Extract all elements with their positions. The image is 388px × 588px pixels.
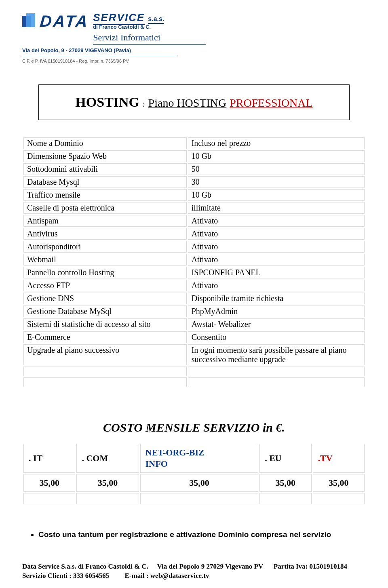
company-logo-icon: DATA — [22, 12, 89, 30]
spec-label: Gestione DNS — [23, 293, 187, 304]
note-bullet: Costo una tantum per registrazione e att… — [38, 530, 366, 540]
cost-heading: COSTO MENSILE SERVIZIO in €. — [22, 421, 366, 434]
spec-row: AntispamAttivato — [23, 215, 365, 227]
spec-row: Caselle di posta elettronica illimitate — [23, 202, 365, 214]
spec-row: Sottodomini attivabili 50 — [23, 163, 365, 175]
cost-table: . IT . COM NET-ORG-BIZ INFO . EU .TV 35,… — [22, 443, 366, 506]
spec-label: Pannello controllo Hosting — [23, 267, 187, 278]
cost-price-row: 35,00 35,00 35,00 35,00 35,00 — [23, 474, 365, 492]
spec-value: 10 Gb — [188, 150, 365, 162]
spec-value: Consentito — [188, 331, 365, 343]
spec-value: ISPCONFIG PANEL — [188, 267, 365, 278]
spec-value: Attivato — [188, 241, 365, 253]
spec-row: AntivirusAttivato — [23, 228, 365, 240]
spec-row: WebmailAttivato — [23, 254, 365, 266]
spec-label: Webmail — [23, 254, 187, 266]
footer-service-label: Servizio Clienti : — [22, 572, 73, 580]
spec-label: Accesso FTP — [23, 280, 187, 291]
footer-email: web@dataservice.tv — [150, 572, 209, 580]
spec-value: 50 — [188, 163, 365, 175]
footer-email-label: E-mail : — [125, 572, 150, 580]
footer-piva: 01501910184 — [310, 563, 348, 570]
tld-com: . COM — [76, 444, 139, 473]
page-footer: Data Service S.a.s. di Franco Castoldi &… — [22, 562, 366, 581]
price-com: 35,00 — [76, 474, 139, 492]
spec-label: Sottodomini attivabili — [23, 163, 187, 175]
price-eu: 35,00 — [259, 474, 311, 492]
brand-word1: DATA — [39, 12, 90, 30]
spec-value: illimitate — [188, 202, 365, 214]
title-piano: Piano HOSTING — [148, 97, 227, 110]
spec-row: Gestione Database MySqlPhpMyAdmin — [23, 306, 365, 317]
spec-value: PhpMyAdmin — [188, 306, 365, 317]
tld-it: . IT — [23, 444, 75, 473]
brand-script: Servizi Informatici — [93, 32, 206, 45]
footer-addr: Via del Popolo 9 27029 Vigevano PV — [157, 563, 263, 570]
brand-cf: C.F. e P. IVA 01501910184 - Reg. Impr. n… — [22, 59, 129, 63]
footer-piva-label: Partita Iva: — [274, 563, 310, 570]
spec-value: Attivato — [188, 228, 365, 240]
footer-company: Data Service S.a.s. di Franco Castoldi &… — [22, 563, 148, 570]
spec-label: Sistemi di statistiche di accesso al sit… — [23, 318, 187, 330]
spec-label: Antispam — [23, 215, 187, 227]
spec-blank-row — [23, 367, 365, 376]
spec-row: Upgrade al piano successivoIn ogni momen… — [23, 344, 365, 365]
spec-row: Dimensione Spazio Web 10 Gb — [23, 150, 365, 162]
spec-row: Autorisponditori Attivato — [23, 241, 365, 253]
spec-row: E-Commerce Consentito — [23, 331, 365, 343]
brand-suffix: s.a.s. — [148, 15, 164, 24]
title-box: HOSTING : Piano HOSTING PROFESSIONAL — [38, 84, 350, 120]
tld-tv: .TV — [313, 444, 365, 473]
spec-value: Incluso nel prezzo — [188, 137, 365, 149]
spec-label: E-Commerce — [23, 331, 187, 343]
spec-label: Traffico mensile — [23, 189, 187, 201]
title-hosting: HOSTING — [75, 95, 139, 110]
price-net: 35,00 — [140, 474, 258, 492]
brand-word2: SERVICE — [93, 11, 145, 25]
spec-value: In ogni momento sarà possibile passare a… — [188, 344, 365, 365]
brand-subline: di Franco Castoldi & C. — [93, 24, 206, 30]
spec-value: Attivato — [188, 215, 365, 227]
spec-label: Database Mysql — [23, 176, 187, 188]
spec-label: Dimensione Spazio Web — [23, 150, 187, 162]
spec-label: Autorisponditori — [23, 241, 187, 253]
note-block: Costo una tantum per registrazione e att… — [22, 530, 366, 540]
spec-row: Traffico mensile 10 Gb — [23, 189, 365, 201]
spec-label: Upgrade al piano successivo — [23, 344, 187, 365]
spec-value: Attivato — [188, 254, 365, 266]
price-it: 35,00 — [23, 474, 75, 492]
tld-eu: . EU — [259, 444, 311, 473]
tld-net: NET-ORG-BIZ INFO — [140, 444, 258, 473]
footer-service-phone: 333 6054565 — [73, 572, 109, 580]
spec-label: Nome a Dominio — [23, 137, 187, 149]
brand-address: Via del Popolo, 9 - 27029 VIGEVANO (Pavi… — [22, 47, 176, 56]
spec-label: Caselle di posta elettronica — [23, 202, 187, 214]
cost-empty-row — [23, 493, 365, 504]
title-colon: : — [143, 99, 145, 109]
cost-header-row: . IT . COM NET-ORG-BIZ INFO . EU .TV — [23, 444, 365, 473]
spec-row: Gestione DNSDisponibile tramite richiest… — [23, 293, 365, 304]
spec-value: Awstat- Webalizer — [188, 318, 365, 330]
spec-row: Sistemi di statistiche di accesso al sit… — [23, 318, 365, 330]
spec-row: Nome a DominioIncluso nel prezzo — [23, 137, 365, 149]
spec-value: 30 — [188, 176, 365, 188]
letterhead: DATA SERVICE s.a.s. di Franco Castoldi &… — [22, 12, 366, 64]
spec-row: Database Mysql30 — [23, 176, 365, 188]
spec-value: 10 Gb — [188, 189, 365, 201]
title-plan-name: PROFESSIONAL — [230, 97, 312, 110]
spec-row: Accesso FTPAttivato — [23, 280, 365, 291]
spec-table: Nome a DominioIncluso nel prezzoDimensio… — [22, 136, 366, 388]
spec-blank-row — [23, 377, 365, 387]
spec-label: Gestione Database MySql — [23, 306, 187, 317]
spec-value: Attivato — [188, 280, 365, 291]
spec-label: Antivirus — [23, 228, 187, 240]
spec-value: Disponibile tramite richiesta — [188, 293, 365, 304]
price-tv: 35,00 — [313, 474, 365, 492]
spec-row: Pannello controllo HostingISPCONFIG PANE… — [23, 267, 365, 278]
